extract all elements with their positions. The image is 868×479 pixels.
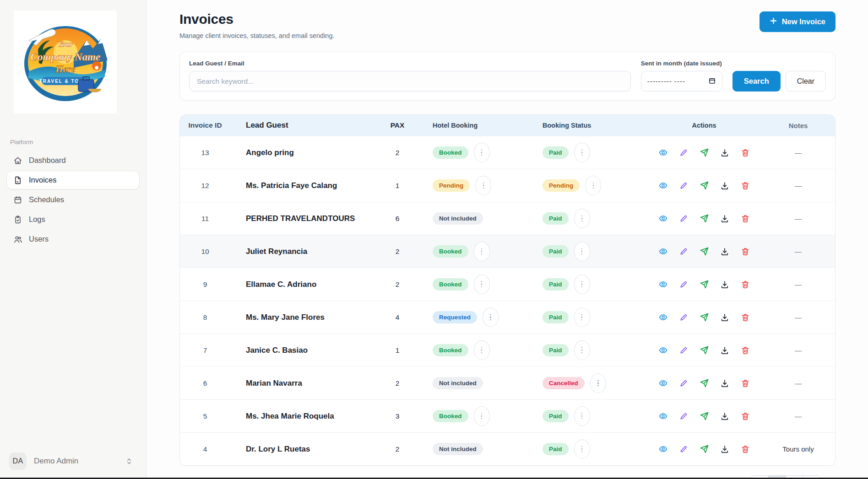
sidebar-item-schedules[interactable]: Schedules <box>6 190 140 209</box>
download-button[interactable] <box>720 181 730 191</box>
home-icon <box>13 156 22 165</box>
send-email-button[interactable] <box>699 378 709 388</box>
hotel-menu-button[interactable] <box>475 176 491 195</box>
hotel-menu-button[interactable] <box>474 143 490 162</box>
table-row[interactable]: 4 Dr. Lory L Ruetas 2 Not included Paid <box>180 432 835 465</box>
status-menu-button[interactable] <box>574 406 590 426</box>
delete-button[interactable] <box>740 345 750 355</box>
hotel-status-badge: Pending <box>433 179 470 192</box>
table-row[interactable]: 13 Angelo pring 2 Booked Paid <box>180 136 835 169</box>
status-menu-button[interactable] <box>574 439 590 459</box>
new-invoice-button[interactable]: New Invoice <box>760 11 835 32</box>
status-menu-button[interactable] <box>574 274 590 294</box>
send-email-button[interactable] <box>699 181 709 191</box>
table-row[interactable]: 7 Janice C. Basiao 1 Booked Paid <box>180 334 835 366</box>
view-button[interactable] <box>658 312 668 323</box>
edit-button[interactable] <box>678 411 689 421</box>
view-button[interactable] <box>658 247 668 257</box>
delete-button[interactable] <box>740 148 750 158</box>
download-button[interactable] <box>720 345 730 355</box>
send-email-button[interactable] <box>699 148 709 158</box>
view-button[interactable] <box>658 148 668 158</box>
cell-pax: 3 <box>377 412 418 420</box>
calendar-picker-icon[interactable] <box>708 77 716 86</box>
booking-status-badge: Paid <box>542 344 569 356</box>
edit-button[interactable] <box>678 312 689 323</box>
clear-button[interactable]: Clear <box>786 71 826 91</box>
delete-button[interactable] <box>740 411 750 421</box>
edit-button[interactable] <box>678 345 689 355</box>
view-button[interactable] <box>658 411 668 421</box>
hotel-menu-button[interactable] <box>474 274 490 294</box>
keyword-search-input[interactable] <box>189 71 631 91</box>
hotel-menu-button[interactable] <box>474 406 490 426</box>
sidebar-item-users[interactable]: Users <box>6 230 140 248</box>
table-row[interactable]: 9 Ellamae C. Adriano 2 Booked Paid <box>180 268 835 301</box>
status-menu-button[interactable] <box>574 143 590 162</box>
table-row[interactable]: 6 Marian Navarra 2 Not included Cancelle… <box>180 366 835 399</box>
hotel-menu-button[interactable] <box>474 340 490 360</box>
sidebar-item-invoices[interactable]: Invoices <box>6 171 140 189</box>
view-button[interactable] <box>658 444 668 454</box>
download-button[interactable] <box>720 312 730 323</box>
table-row[interactable]: 5 Ms. Jhea Marie Roquela 3 Booked Paid <box>180 399 835 432</box>
send-email-button[interactable] <box>699 345 709 355</box>
status-menu-button[interactable] <box>590 373 606 393</box>
delete-button[interactable] <box>740 312 750 323</box>
download-button[interactable] <box>720 247 730 257</box>
download-button[interactable] <box>720 444 730 454</box>
status-menu-button[interactable] <box>574 340 590 360</box>
download-button[interactable] <box>720 411 730 421</box>
download-button[interactable] <box>720 214 730 224</box>
col-notes: Notes <box>761 122 835 129</box>
send-email-button[interactable] <box>699 247 709 257</box>
edit-button[interactable] <box>678 247 689 257</box>
send-email-button[interactable] <box>699 411 709 421</box>
cell-lead-guest: Ms. Patricia Faye Calang <box>230 181 377 190</box>
month-date-input[interactable]: --------- ---- <box>641 71 722 91</box>
delete-button[interactable] <box>740 378 750 388</box>
delete-button[interactable] <box>740 181 750 191</box>
view-button[interactable] <box>658 181 668 191</box>
sidebar-nav: Dashboard Invoices Schedules Logs Users <box>0 151 146 248</box>
view-button[interactable] <box>658 214 668 224</box>
table-row[interactable]: 10 Juliet Reynancia 2 Booked Paid <box>180 235 835 268</box>
send-email-button[interactable] <box>699 214 709 224</box>
download-button[interactable] <box>720 148 730 158</box>
hotel-menu-button[interactable] <box>474 242 490 261</box>
cell-pax: 2 <box>377 280 418 289</box>
edit-button[interactable] <box>678 378 689 388</box>
view-button[interactable] <box>658 378 668 388</box>
delete-button[interactable] <box>740 214 750 224</box>
hotel-menu-button[interactable] <box>483 307 499 327</box>
delete-button[interactable] <box>740 444 750 454</box>
view-button[interactable] <box>658 345 668 355</box>
sidebar-item-dashboard[interactable]: Dashboard <box>6 151 140 170</box>
edit-button[interactable] <box>678 214 689 224</box>
cell-lead-guest: Dr. Lory L Ruetas <box>230 445 377 454</box>
send-email-button[interactable] <box>699 312 709 323</box>
send-email-button[interactable] <box>699 280 709 290</box>
status-menu-button[interactable] <box>585 176 601 195</box>
table-row[interactable]: 8 Ms. Mary Jane Flores 4 Requested Paid <box>180 301 835 334</box>
download-button[interactable] <box>720 378 730 388</box>
view-button[interactable] <box>658 280 668 290</box>
edit-button[interactable] <box>678 280 689 290</box>
edit-button[interactable] <box>678 444 689 454</box>
user-menu[interactable]: DA Demo Admin <box>6 449 140 474</box>
download-button[interactable] <box>720 280 730 290</box>
edit-button[interactable] <box>678 181 689 191</box>
table-row[interactable]: 12 Ms. Patricia Faye Calang 1 Pending Pe… <box>180 169 835 202</box>
status-menu-button[interactable] <box>574 242 590 261</box>
send-email-button[interactable] <box>699 444 709 454</box>
sidebar-item-logs[interactable]: Logs <box>6 210 140 229</box>
delete-button[interactable] <box>740 247 750 257</box>
status-menu-button[interactable] <box>574 209 590 228</box>
status-menu-button[interactable] <box>574 307 590 327</box>
edit-button[interactable] <box>678 148 689 158</box>
hotel-status-badge: Not included <box>433 443 483 455</box>
search-button[interactable]: Search <box>732 71 781 91</box>
delete-button[interactable] <box>740 280 750 290</box>
table-row[interactable]: 11 PERHED TRAVELANDTOURS 6 Not included … <box>180 202 835 235</box>
logo-line1: Your <box>58 40 73 48</box>
